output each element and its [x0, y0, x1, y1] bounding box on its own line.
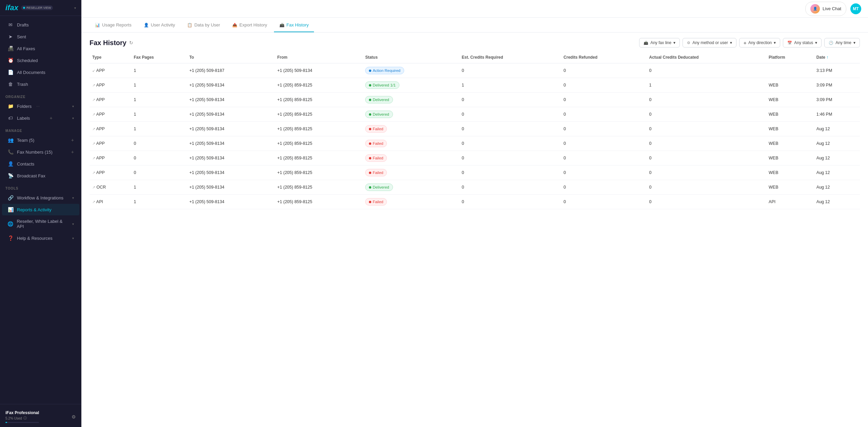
cell-type: APP: [96, 112, 105, 117]
cell-fax-pages: 1: [131, 107, 186, 122]
sidebar-item-sent[interactable]: ➤ Sent: [2, 31, 79, 42]
labels-add-icon[interactable]: +: [50, 115, 53, 121]
sidebar-item-contacts[interactable]: 👤 Contacts: [2, 158, 79, 170]
logo-text: ifax: [5, 3, 18, 12]
cell-to: +1 (205) 509-8134: [186, 107, 274, 122]
cell-dir-type: ↙ APP: [90, 63, 131, 78]
cell-actual-credits: 0: [647, 122, 766, 136]
live-chat-button[interactable]: 👤 Live Chat: [805, 2, 846, 16]
team-add-icon[interactable]: +: [71, 137, 74, 143]
cell-fax-pages: 1: [131, 122, 186, 136]
cell-est-credits: 0: [459, 151, 561, 166]
cell-from: +1 (205) 859-8125: [275, 107, 362, 122]
table-row[interactable]: ↗ APP 0 +1 (205) 509-8134 +1 (205) 859-8…: [90, 166, 860, 180]
cell-from: +1 (205) 859-8125: [275, 151, 362, 166]
table-row[interactable]: ↗ APP 1 +1 (205) 509-8134 +1 (205) 859-8…: [90, 107, 860, 122]
tab-data-by-user[interactable]: 📋 Data by User: [182, 18, 225, 32]
table-row[interactable]: ↙ APP 1 +1 (205) 509-8187 +1 (205) 509-8…: [90, 63, 860, 78]
sidebar-chevron-icon[interactable]: ▾: [74, 6, 76, 10]
table-body: ↙ APP 1 +1 (205) 509-8187 +1 (205) 509-8…: [90, 63, 860, 209]
direction-arrow-icon: ↗: [92, 112, 95, 116]
filter-method-user[interactable]: ⚙ Any method or user ▾: [683, 38, 736, 47]
cell-dir-type: ↗ APP: [90, 151, 131, 166]
sidebar-item-help[interactable]: ❓ Help & Resources ▾: [2, 232, 79, 244]
table-row[interactable]: ↗ APP 0 +1 (205) 509-8134 +1 (205) 859-8…: [90, 136, 860, 151]
sidebar-item-reports-activity[interactable]: 📊 Reports & Activity: [2, 204, 79, 215]
cell-date: 3:09 PM: [814, 93, 860, 107]
cell-status: Delivered: [362, 180, 459, 195]
tab-usage-reports[interactable]: 📊 Usage Reports: [90, 18, 137, 32]
cell-est-credits: 0: [459, 63, 561, 78]
refresh-icon[interactable]: ↻: [129, 40, 133, 45]
cell-type: APP: [96, 156, 105, 160]
reports-icon: 📊: [7, 207, 14, 212]
cell-date: Aug 12: [814, 180, 860, 195]
cell-est-credits: 0: [459, 93, 561, 107]
sidebar-item-labels[interactable]: 🏷 Labels + ▾: [2, 112, 79, 124]
filter-time[interactable]: 🕐 Any time ▾: [824, 38, 860, 47]
sidebar-item-trash[interactable]: 🗑 Trash: [2, 78, 79, 90]
cell-dir-type: ↗ APP: [90, 136, 131, 151]
filters: 📠 Any fax line ▾ ⚙ Any method or user ▾ …: [639, 38, 860, 47]
tab-user-activity[interactable]: 👤 User Activity: [138, 18, 181, 32]
table-row[interactable]: ↗ OCR 1 +1 (205) 509-8134 +1 (205) 859-8…: [90, 180, 860, 195]
cell-actual-credits: 0: [647, 136, 766, 151]
cell-actual-credits: 0: [647, 93, 766, 107]
topbar: 👤 Live Chat MT: [81, 0, 868, 18]
direction-arrow-icon: ↗: [92, 141, 95, 145]
sidebar-item-team[interactable]: 👥 Team (5) +: [2, 134, 79, 146]
sidebar-item-drafts[interactable]: ✉ Drafts: [2, 19, 79, 31]
cell-est-credits: 0: [459, 180, 561, 195]
cell-fax-pages: 1: [131, 93, 186, 107]
cell-from: +1 (205) 859-8125: [275, 136, 362, 151]
status-badge: Delivered: [365, 183, 393, 191]
cell-from: +1 (205) 859-8125: [275, 122, 362, 136]
folders-icon: 📁: [7, 103, 14, 109]
col-date[interactable]: Date: [814, 52, 860, 63]
cell-from: +1 (205) 859-8125: [275, 166, 362, 180]
cell-type: API: [96, 199, 103, 204]
sidebar-item-folders[interactable]: 📁 Folders ⋯ ▾: [2, 100, 79, 112]
cell-credits-refunded: 0: [561, 180, 646, 195]
cell-platform: API: [766, 195, 814, 209]
sidebar-item-workflow[interactable]: 🔗 Workflow & Integrations ▾: [2, 192, 79, 203]
sidebar-item-reseller[interactable]: 🌐 Reseller, White Label & API ▾: [2, 216, 79, 232]
help-expand-icon[interactable]: ▾: [72, 236, 74, 240]
sidebar-item-fax-numbers[interactable]: 📞 Fax Numbers (15) +: [2, 146, 79, 158]
table-row[interactable]: ↗ APP 1 +1 (205) 509-8134 +1 (205) 859-8…: [90, 122, 860, 136]
reseller-expand-icon[interactable]: ▾: [72, 222, 74, 226]
cell-type: APP: [96, 141, 105, 146]
reseller-badge: RESELLER VIEW: [21, 5, 53, 10]
settings-icon[interactable]: ⚙: [72, 414, 76, 420]
sidebar-item-broadcast-fax[interactable]: 📡 Broadcast Fax: [2, 170, 79, 181]
sidebar-item-all-documents[interactable]: 📄 All Documents: [2, 66, 79, 78]
folders-dots-icon[interactable]: ⋯: [36, 104, 40, 108]
table-row[interactable]: ↗ APP 0 +1 (205) 509-8134 +1 (205) 859-8…: [90, 151, 860, 166]
user-avatar[interactable]: MT: [850, 3, 861, 14]
tools-section-label: TOOLS: [0, 182, 81, 192]
direction-arrow-icon: ↗: [92, 127, 95, 131]
workflow-expand-icon[interactable]: ▾: [72, 196, 74, 200]
tab-export-history[interactable]: 📤 Export History: [227, 18, 273, 32]
cell-date: Aug 12: [814, 195, 860, 209]
filter-status[interactable]: 📅 Any status ▾: [783, 38, 822, 47]
cell-status: Delivered: [362, 93, 459, 107]
table-row[interactable]: ↗ APP 1 +1 (205) 509-8134 +1 (205) 859-8…: [90, 93, 860, 107]
filter-fax-line[interactable]: 📠 Any fax line ▾: [639, 38, 680, 47]
sidebar-item-all-faxes[interactable]: 📠 All Faxes: [2, 43, 79, 54]
folders-expand-icon[interactable]: ▾: [72, 104, 74, 108]
filter-direction[interactable]: ◈ Any direction ▾: [739, 38, 780, 47]
contacts-icon: 👤: [7, 161, 14, 167]
sidebar-item-scheduled[interactable]: ⏰ Scheduled: [2, 55, 79, 66]
cell-est-credits: 0: [459, 107, 561, 122]
cell-fax-pages: 0: [131, 136, 186, 151]
tab-fax-history[interactable]: 📠 Fax History: [274, 18, 314, 32]
tabs-bar: 📊 Usage Reports 👤 User Activity 📋 Data b…: [81, 18, 868, 33]
table-row[interactable]: ↗ APP 1 +1 (205) 509-8134 +1 (205) 859-8…: [90, 78, 860, 93]
cell-date: 1:46 PM: [814, 107, 860, 122]
sidebar-logo[interactable]: ifax RESELLER VIEW ▾: [0, 0, 81, 16]
labels-expand-icon[interactable]: ▾: [72, 116, 74, 120]
fax-numbers-add-icon[interactable]: +: [71, 149, 74, 155]
usage-progress-bar: [5, 422, 39, 423]
table-row[interactable]: ↗ API 1 +1 (205) 509-8134 +1 (205) 859-8…: [90, 195, 860, 209]
